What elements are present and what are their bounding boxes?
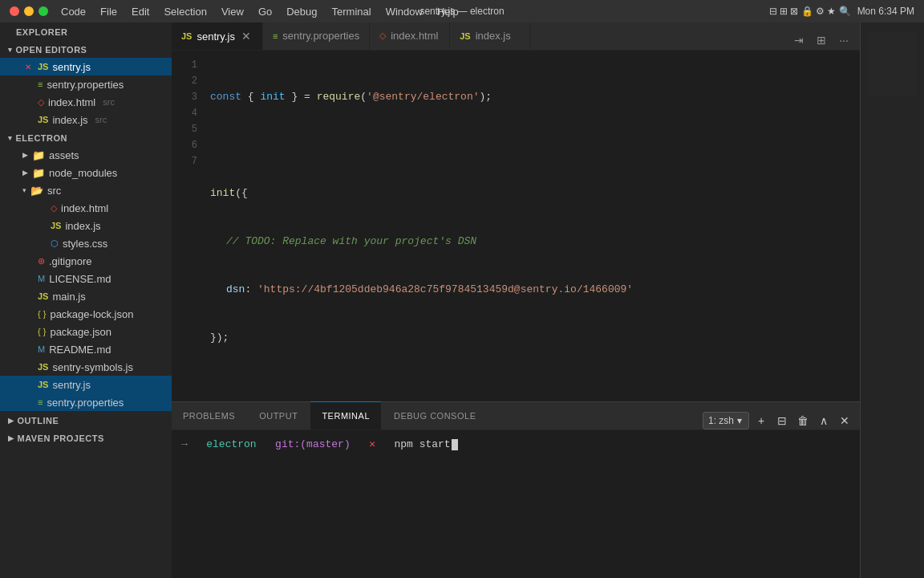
file-label: main.js bbox=[52, 291, 85, 303]
more-btn[interactable]: ··· bbox=[834, 31, 853, 50]
prop-tab-icon: ≡ bbox=[273, 31, 278, 41]
close-icon[interactable]: ✕ bbox=[22, 61, 34, 72]
new-terminal-btn[interactable]: + bbox=[752, 412, 770, 429]
open-editor-index-js[interactable]: JS index.js src bbox=[0, 111, 172, 128]
terminal-dropdown[interactable]: 1: zsh ▾ bbox=[703, 412, 749, 429]
html-icon: ◇ bbox=[51, 203, 57, 214]
tab-index-js[interactable]: JS index.js bbox=[450, 22, 530, 50]
js-tab-icon: JS bbox=[460, 31, 470, 41]
open-editors-header[interactable]: ▾ OPEN EDITORS bbox=[0, 40, 172, 58]
outline-chevron: ▶ bbox=[8, 417, 14, 425]
open-editors-label: OPEN EDITORS bbox=[16, 45, 87, 55]
file-readme[interactable]: M README.md bbox=[0, 340, 172, 358]
titlebar-right: ⊟ ⊞ ⊠ 🔒 ⚙ ★ 🔍 Mon 6:34 PM bbox=[769, 6, 914, 17]
maven-header[interactable]: ▶ MAVEN PROJECTS bbox=[0, 429, 172, 446]
menu-selection[interactable]: Selection bbox=[164, 6, 206, 18]
minimap-area bbox=[865, 29, 920, 100]
tab-label: index.js bbox=[476, 30, 511, 42]
tab-index-html[interactable]: ◇ index.html bbox=[370, 22, 450, 50]
tab-label: index.html bbox=[391, 30, 438, 42]
close-panel-btn[interactable]: ✕ bbox=[836, 412, 853, 429]
terminal-content[interactable]: → electron git:(master) ✕ npm start bbox=[172, 430, 860, 578]
folder-node-modules[interactable]: ▶ 📁 node_modules bbox=[0, 164, 172, 181]
folder-assets[interactable]: ▶ 📁 assets bbox=[0, 146, 172, 164]
tab-problems[interactable]: PROBLEMS bbox=[172, 401, 246, 429]
explorer-label: EXPLORER bbox=[16, 27, 68, 37]
file-license-md[interactable]: M LICENSE.md bbox=[0, 270, 172, 287]
layout-btn[interactable]: ⊞ bbox=[812, 31, 831, 50]
panel-tabs: PROBLEMS OUTPUT TERMINAL DEBUG CONSOLE 1… bbox=[172, 402, 860, 430]
file-label: .gitignore bbox=[49, 255, 91, 267]
file-gitignore[interactable]: ⊛ .gitignore bbox=[0, 252, 172, 270]
file-styles-css[interactable]: ⬡ styles.css bbox=[0, 234, 172, 252]
file-label: sentry.properties bbox=[47, 397, 124, 409]
terminal-command: npm start bbox=[394, 438, 450, 450]
tab-bar-actions: ⇥ ⊞ ··· bbox=[789, 31, 860, 50]
explorer-header[interactable]: EXPLORER bbox=[0, 22, 172, 40]
collapse-panel-btn[interactable]: ∧ bbox=[815, 412, 833, 429]
tab-close-btn[interactable]: ✕ bbox=[240, 30, 253, 43]
menu-edit[interactable]: Edit bbox=[132, 6, 149, 18]
file-label: sentry.js bbox=[52, 379, 90, 391]
file-index-js-src[interactable]: JS index.js bbox=[0, 217, 172, 234]
close-traffic-light[interactable] bbox=[10, 6, 19, 16]
file-label: index.html bbox=[61, 202, 108, 214]
file-main-js[interactable]: JS main.js bbox=[0, 287, 172, 305]
menu-file[interactable]: File bbox=[100, 6, 117, 18]
code-content[interactable]: const { init } = require('@sentry/electr… bbox=[204, 51, 860, 401]
right-panel bbox=[860, 22, 924, 578]
folder-src[interactable]: ▾ 📂 src bbox=[0, 181, 172, 199]
src-badge: src bbox=[103, 97, 115, 107]
prop-icon: ≡ bbox=[38, 79, 43, 89]
fullscreen-traffic-light[interactable] bbox=[38, 6, 48, 16]
file-package-lock[interactable]: { } package-lock.json bbox=[0, 305, 172, 323]
js-tab-icon: JS bbox=[181, 31, 192, 41]
outline-header[interactable]: ▶ OUTLINE bbox=[0, 411, 172, 429]
code-line-1: const { init } = require('@sentry/electr… bbox=[210, 89, 860, 105]
menu-view[interactable]: View bbox=[221, 6, 244, 18]
tab-sentry-js[interactable]: JS sentry.js ✕ bbox=[172, 22, 263, 50]
open-editor-index-html[interactable]: ◇ index.html src bbox=[0, 93, 172, 111]
file-index-html-src[interactable]: ◇ index.html bbox=[0, 199, 172, 217]
folder-icon: 📁 bbox=[32, 167, 45, 179]
panel-area: PROBLEMS OUTPUT TERMINAL DEBUG CONSOLE 1… bbox=[172, 401, 860, 578]
file-sentry-symbols[interactable]: JS sentry-symbols.js bbox=[0, 358, 172, 376]
file-label: styles.css bbox=[63, 238, 107, 250]
split-terminal-btn[interactable]: ⊟ bbox=[773, 412, 791, 429]
file-label: sentry-symbols.js bbox=[52, 361, 132, 373]
menu-terminal[interactable]: Terminal bbox=[332, 6, 371, 18]
md-icon: M bbox=[38, 274, 45, 283]
trash-icon[interactable]: 🗑 bbox=[794, 412, 812, 429]
tab-output[interactable]: OUTPUT bbox=[248, 401, 309, 429]
tab-terminal[interactable]: TERMINAL bbox=[310, 401, 381, 429]
folder-icon: 📂 bbox=[30, 185, 43, 197]
tab-label: sentry.properties bbox=[282, 30, 359, 42]
open-editor-label: sentry.js bbox=[52, 61, 90, 73]
code-line-2 bbox=[210, 137, 860, 153]
terminal-line: → electron git:(master) ✕ npm start bbox=[181, 437, 850, 453]
tab-sentry-properties[interactable]: ≡ sentry.properties bbox=[263, 22, 370, 50]
file-package-json[interactable]: { } package.json bbox=[0, 323, 172, 340]
time-display: Mon 6:34 PM bbox=[857, 6, 914, 17]
js-icon: JS bbox=[38, 62, 48, 71]
menu-window[interactable]: Window bbox=[386, 6, 423, 18]
json-icon: { } bbox=[38, 309, 46, 319]
terminal-cursor bbox=[452, 439, 458, 450]
open-editor-sentry-js[interactable]: ✕ JS sentry.js bbox=[0, 58, 172, 75]
menu-go[interactable]: Go bbox=[258, 6, 272, 18]
file-sentry-js[interactable]: JS sentry.js bbox=[0, 376, 172, 393]
menu-code[interactable]: Code bbox=[61, 6, 86, 18]
open-editor-sentry-properties[interactable]: ≡ sentry.properties bbox=[0, 75, 172, 93]
code-editor[interactable]: 1 2 3 4 5 6 7 const { init } = require('… bbox=[172, 51, 860, 401]
split-editor-btn[interactable]: ⇥ bbox=[789, 31, 808, 50]
electron-section-header[interactable]: ▾ ELECTRON bbox=[0, 128, 172, 146]
window-title: sentry.js — electron bbox=[419, 6, 504, 17]
minimize-traffic-light[interactable] bbox=[24, 6, 34, 16]
js-icon: JS bbox=[38, 380, 48, 389]
menu-debug[interactable]: Debug bbox=[286, 6, 317, 18]
file-sentry-properties[interactable]: ≡ sentry.properties bbox=[0, 393, 172, 411]
src-badge: src bbox=[95, 115, 107, 124]
traffic-lights bbox=[10, 6, 48, 16]
tab-debug-console[interactable]: DEBUG CONSOLE bbox=[383, 401, 487, 429]
panel-tab-icons: 1: zsh ▾ + ⊟ 🗑 ∧ ✕ bbox=[703, 412, 860, 429]
